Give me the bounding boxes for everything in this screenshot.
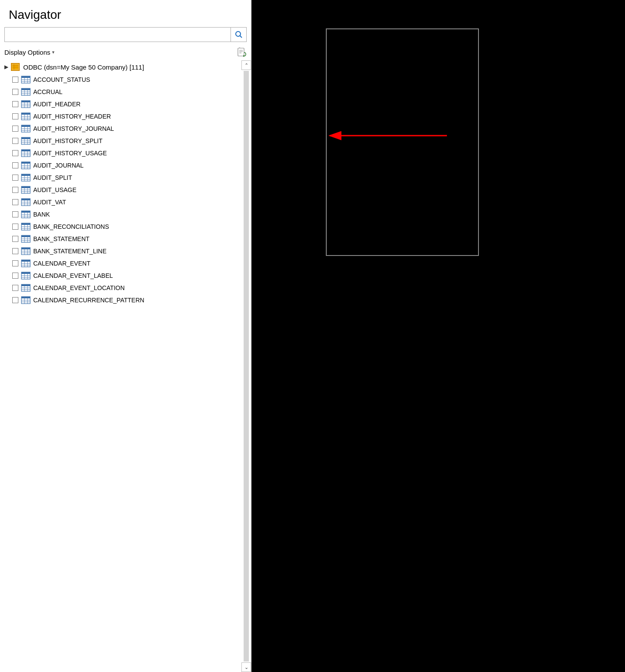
- table-icon: [21, 296, 31, 304]
- table-item[interactable]: AUDIT_USAGE: [9, 184, 241, 196]
- table-checkbox[interactable]: [12, 138, 18, 144]
- table-name: CALENDAR_EVENT: [33, 260, 91, 267]
- svg-rect-83: [21, 223, 30, 225]
- table-checkbox[interactable]: [12, 260, 18, 266]
- table-checkbox[interactable]: [12, 199, 18, 205]
- tree-area: ▶ ODBC (dsn=My Sage 50 Company) [111]: [0, 60, 251, 672]
- table-icon: [21, 198, 31, 206]
- table-name: AUDIT_USAGE: [33, 186, 77, 193]
- table-checkbox[interactable]: [12, 297, 18, 303]
- table-name: AUDIT_HISTORY_HEADER: [33, 113, 111, 120]
- svg-rect-113: [21, 284, 30, 286]
- table-item[interactable]: AUDIT_VAT: [9, 196, 241, 208]
- refresh-button[interactable]: [237, 47, 247, 57]
- table-icon: [21, 235, 31, 243]
- scroll-up-button[interactable]: ⌃: [241, 60, 251, 70]
- scroll-nav: ⌃ ⌄: [241, 60, 251, 672]
- svg-rect-35: [21, 125, 30, 127]
- table-item[interactable]: BANK_STATEMENT: [9, 233, 241, 245]
- collapse-arrow-icon: ▶: [4, 64, 8, 70]
- table-checkbox[interactable]: [12, 273, 18, 279]
- svg-rect-107: [21, 272, 30, 274]
- table-name: AUDIT_HISTORY_USAGE: [33, 150, 107, 157]
- svg-rect-101: [21, 260, 30, 262]
- svg-point-0: [236, 32, 241, 36]
- table-name: AUDIT_JOURNAL: [33, 162, 84, 169]
- table-checkbox[interactable]: [12, 285, 18, 291]
- table-name: AUDIT_HISTORY_SPLIT: [33, 137, 102, 144]
- scroll-down-button[interactable]: ⌄: [241, 662, 251, 672]
- table-icon: [21, 100, 31, 108]
- table-icon: [21, 272, 31, 280]
- table-name: ACCRUAL: [33, 88, 63, 95]
- table-list: ACCOUNT_STATUS ACCRUAL: [0, 74, 241, 306]
- tree-root: ▶ ODBC (dsn=My Sage 50 Company) [111]: [0, 60, 241, 306]
- table-checkbox[interactable]: [12, 211, 18, 217]
- table-checkbox[interactable]: [12, 224, 18, 230]
- tree-scroll[interactable]: ▶ ODBC (dsn=My Sage 50 Company) [111]: [0, 60, 241, 672]
- table-name: BANK_STATEMENT: [33, 235, 90, 242]
- table-item[interactable]: AUDIT_HISTORY_HEADER: [9, 110, 241, 122]
- preview-rectangle: [326, 28, 479, 256]
- svg-rect-47: [21, 150, 30, 151]
- database-icon: [11, 63, 20, 71]
- table-name: AUDIT_HISTORY_JOURNAL: [33, 125, 114, 132]
- root-node[interactable]: ▶ ODBC (dsn=My Sage 50 Company) [111]: [0, 60, 241, 74]
- table-item[interactable]: AUDIT_SPLIT: [9, 172, 241, 184]
- table-name: ACCOUNT_STATUS: [33, 76, 90, 83]
- chevron-down-icon: ⌄: [244, 665, 248, 670]
- table-item[interactable]: ACCOUNT_STATUS: [9, 74, 241, 86]
- table-checkbox[interactable]: [12, 126, 18, 132]
- table-name: AUDIT_HEADER: [33, 101, 80, 108]
- navigator-panel: Navigator Display Options ▾: [0, 0, 251, 672]
- search-input[interactable]: [5, 28, 230, 41]
- table-icon: [21, 174, 31, 182]
- search-button[interactable]: [230, 28, 246, 42]
- root-label: ODBC (dsn=My Sage 50 Company) [111]: [23, 63, 144, 71]
- table-item[interactable]: CALENDAR_EVENT_LOCATION: [9, 282, 241, 294]
- table-item[interactable]: ACCRUAL: [9, 86, 241, 98]
- table-checkbox[interactable]: [12, 187, 18, 193]
- table-icon: [21, 259, 31, 267]
- table-checkbox[interactable]: [12, 236, 18, 242]
- table-name: BANK: [33, 211, 50, 218]
- table-item[interactable]: BANK_STATEMENT_LINE: [9, 245, 241, 257]
- table-checkbox[interactable]: [12, 77, 18, 83]
- table-item[interactable]: AUDIT_HEADER: [9, 98, 241, 110]
- table-item[interactable]: AUDIT_HISTORY_JOURNAL: [9, 122, 241, 135]
- table-name: CALENDAR_RECURRENCE_PATTERN: [33, 297, 144, 304]
- table-checkbox[interactable]: [12, 89, 18, 95]
- display-options-button[interactable]: Display Options ▾: [4, 49, 55, 56]
- table-checkbox[interactable]: [12, 175, 18, 181]
- table-checkbox[interactable]: [12, 113, 18, 119]
- table-item[interactable]: CALENDAR_RECURRENCE_PATTERN: [9, 294, 241, 306]
- table-name: BANK_RECONCILIATIONS: [33, 223, 109, 230]
- svg-rect-89: [21, 235, 30, 237]
- table-checkbox[interactable]: [12, 101, 18, 107]
- display-options-label: Display Options: [4, 49, 50, 56]
- table-name: CALENDAR_EVENT_LOCATION: [33, 284, 125, 291]
- table-icon: [21, 76, 31, 84]
- svg-rect-23: [21, 101, 30, 102]
- table-checkbox[interactable]: [12, 162, 18, 168]
- svg-rect-41: [21, 137, 30, 139]
- table-item[interactable]: CALENDAR_EVENT: [9, 257, 241, 270]
- table-item[interactable]: BANK: [9, 208, 241, 220]
- right-panel: [251, 0, 625, 672]
- table-icon: [21, 223, 31, 231]
- table-item[interactable]: BANK_RECONCILIATIONS: [9, 220, 241, 233]
- svg-line-1: [240, 36, 242, 38]
- svg-rect-53: [21, 162, 30, 164]
- table-item[interactable]: CALENDAR_EVENT_LABEL: [9, 270, 241, 282]
- table-icon: [21, 88, 31, 96]
- svg-rect-59: [21, 174, 30, 176]
- svg-rect-6: [12, 64, 19, 70]
- table-item[interactable]: AUDIT_JOURNAL: [9, 159, 241, 172]
- table-item[interactable]: AUDIT_HISTORY_SPLIT: [9, 135, 241, 147]
- table-name: BANK_STATEMENT_LINE: [33, 248, 107, 255]
- table-checkbox[interactable]: [12, 248, 18, 254]
- svg-rect-119: [21, 297, 30, 298]
- table-item[interactable]: AUDIT_HISTORY_USAGE: [9, 147, 241, 159]
- table-checkbox[interactable]: [12, 150, 18, 156]
- search-icon: [235, 31, 243, 38]
